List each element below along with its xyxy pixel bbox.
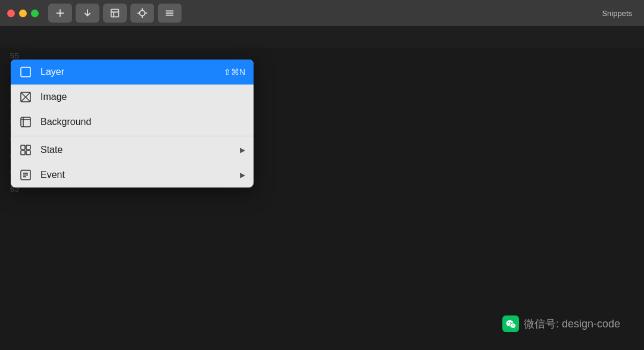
add-button[interactable] — [48, 4, 72, 23]
svg-rect-24 — [26, 145, 30, 149]
list-button[interactable] — [158, 4, 182, 23]
menu-item-arrow: ▶ — [240, 146, 245, 154]
watermark: 微信号: design-code — [502, 315, 620, 332]
svg-rect-23 — [21, 145, 25, 149]
close-button[interactable] — [7, 10, 15, 17]
menu-item-event[interactable]: Event ▶ — [11, 162, 254, 188]
layer-icon — [19, 65, 32, 79]
svg-rect-25 — [21, 151, 25, 155]
svg-rect-16 — [21, 67, 30, 77]
svg-rect-26 — [26, 151, 30, 155]
crosshair-icon — [137, 8, 148, 18]
wechat-icon — [502, 315, 519, 332]
maximize-button[interactable] — [31, 10, 39, 17]
layers-icon — [110, 8, 120, 18]
svg-point-6 — [140, 11, 145, 16]
toolbar — [48, 4, 182, 23]
plus-icon — [55, 8, 65, 18]
watermark-text: 微信号: design-code — [524, 317, 620, 331]
svg-rect-20 — [21, 117, 30, 127]
menu-item-image[interactable]: Image — [11, 85, 254, 110]
arrow-down-icon — [82, 8, 93, 18]
menu-item-label: State — [40, 145, 232, 155]
menu-item-label: Image — [40, 92, 245, 102]
menu-item-label: Background — [40, 117, 245, 127]
dropdown-menu: Layer ⇧⌘N Image Background — [11, 60, 254, 188]
menu-item-layer[interactable]: Layer ⇧⌘N — [11, 60, 254, 85]
background-icon — [19, 115, 32, 129]
layers-button[interactable] — [103, 4, 127, 23]
traffic-lights — [7, 10, 39, 17]
titlebar: Snippets — [0, 0, 644, 26]
download-button[interactable] — [76, 4, 99, 23]
image-icon — [19, 90, 32, 104]
tab-snippets[interactable]: Snippets — [602, 9, 632, 18]
list-icon — [164, 8, 175, 18]
menu-item-background[interactable]: Background — [11, 110, 254, 135]
menu-separator — [11, 136, 254, 136]
menu-item-state[interactable]: State ▶ — [11, 138, 254, 162]
menu-item-arrow: ▶ — [240, 171, 245, 179]
state-icon — [19, 143, 32, 157]
menu-item-label: Layer — [40, 67, 215, 77]
target-button[interactable] — [130, 4, 154, 23]
svg-rect-3 — [111, 10, 119, 17]
event-icon — [19, 168, 32, 182]
minimize-button[interactable] — [19, 10, 27, 17]
menu-item-shortcut: ⇧⌘N — [224, 67, 245, 77]
menu-item-label: Event — [40, 170, 232, 180]
